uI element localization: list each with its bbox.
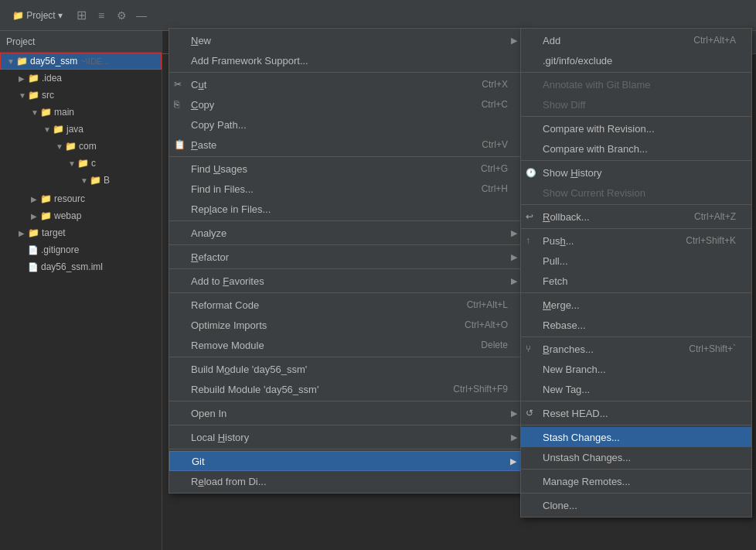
git-sep-6 [521,292,751,293]
tree-item-resources[interactable]: ▶ 📁 resourc [0,190,162,207]
tree-item-day56_ssm[interactable]: ▼ 📁 day56_ssm ~\IDE... [0,53,162,70]
menu-item-find-in-files[interactable]: Find in Files... Ctrl+H [169,179,523,199]
git-menu-item-rebase[interactable]: Rebase... [521,315,751,335]
git-menu-item-merge[interactable]: Merge... [521,295,751,315]
git-menu-label-manage-remotes: Manage Remotes... [543,476,630,487]
shortcut-copy: Ctrl+C [482,99,508,110]
tree-item-java[interactable]: ▼ 📁 java [0,121,162,138]
clock-icon: 🕐 [526,168,536,178]
expand-arrow: ▶ [31,195,40,203]
git-menu-label-branches: Branches... [543,343,594,355]
menu-item-refactor[interactable]: Refactor ▶ [169,247,523,267]
tree-item-target[interactable]: ▶ 📁 target [0,224,162,241]
git-menu-item-show-current-revision: Show Current Revision [521,183,751,203]
git-menu-item-add[interactable]: Add Ctrl+Alt+A [521,30,751,50]
menu-item-reload[interactable]: Reload from Di... [169,471,523,491]
shortcut-cut: Ctrl+X [482,79,508,90]
menu-item-add-framework[interactable]: Add Framework Support... [169,50,523,70]
git-menu-item-pull[interactable]: Pull... [521,251,751,271]
git-menu-item-compare-revision[interactable]: Compare with Revision... [521,118,751,138]
toolbar-project[interactable]: 📁 Project ▾ [6,7,69,24]
git-sep-5 [521,228,751,229]
expand-arrow: ▶ [19,74,28,83]
git-menu-label-compare-revision: Compare with Revision... [543,123,655,135]
menu-item-find-usages[interactable]: Find Usages Ctrl+G [169,159,523,179]
folder-icon: 📁 [28,90,39,101]
menu-item-reformat-code[interactable]: Reformat Code Ctrl+Alt+L [169,295,523,315]
menu-item-new[interactable]: New ▶ [169,30,523,50]
git-menu-item-manage-remotes[interactable]: Manage Remotes... [521,471,751,491]
folder-icon: 📁 [40,107,52,118]
git-menu-item-reset-head[interactable]: ↺ Reset HEAD... [521,403,751,423]
menu-label-rebuild-module: Rebuild Module 'day56_ssm' [191,384,318,395]
menu-item-cut[interactable]: ✂ Cut Ctrl+X [169,74,523,94]
menu-item-copy-path[interactable]: Copy Path... [169,114,523,135]
git-sep-4 [521,204,751,205]
folder-icon: 📁 [28,227,39,238]
git-menu-item-exclude[interactable]: .git/info/exclude [521,50,751,70]
separator-7 [169,357,523,357]
file-icon: 📄 [28,245,39,255]
shortcut-find-usages: Ctrl+G [481,163,508,174]
tree-item-com[interactable]: ▼ 📁 com [0,138,162,155]
submenu-arrow-favorites: ▶ [511,276,517,286]
folder-icon: 📁 [53,124,64,135]
git-menu-label-reset-head: Reset HEAD... [543,408,608,419]
git-menu-item-unstash-changes[interactable]: Unstash Changes... [521,447,751,467]
git-menu-item-rollback[interactable]: ↩ Rollback... Ctrl+Alt+Z [521,207,751,227]
top-toolbar: 📁 Project ▾ ⊞ ≡ ⚙ — [0,0,756,31]
tree-item-c[interactable]: ▼ 📁 c [0,155,162,172]
git-menu-item-stash-changes[interactable]: Stash Changes... [521,427,751,447]
git-menu-label-fetch: Fetch [543,275,568,287]
git-menu-item-compare-branch[interactable]: Compare with Branch... [521,138,751,159]
push-icon: ↑ [526,235,530,246]
menu-item-remove-module[interactable]: Remove Module Delete [169,335,523,355]
menu-item-replace-in-files[interactable]: Replace in Files... [169,199,523,219]
git-menu-item-push[interactable]: ↑ Push... Ctrl+Shift+K [521,231,751,251]
menu-item-open-in[interactable]: Open In ▶ [169,403,523,423]
cut-icon: ✂ [174,79,182,90]
menu-item-copy[interactable]: ⎘ Copy Ctrl+C [169,94,523,114]
git-menu-item-new-branch[interactable]: New Branch... [521,359,751,379]
tree-item-idea[interactable]: ▶ 📁 .idea [0,70,162,87]
git-sep-3 [521,160,751,161]
shortcut-add: Ctrl+Alt+A [693,35,736,46]
menu-item-build-module[interactable]: Build Module 'day56_ssm' [169,359,523,379]
tree-item-src[interactable]: ▼ 📁 src [0,87,162,104]
separator-3 [169,220,523,221]
copy-icon: ⎘ [174,99,179,110]
toolbar-icon-3: ⚙ [114,9,129,22]
folder-icon: 📁 [77,158,89,169]
git-menu-label-push: Push... [543,235,574,247]
shortcut-rebuild-module: Ctrl+Shift+F9 [453,384,508,395]
menu-item-rebuild-module[interactable]: Rebuild Module 'day56_ssm' Ctrl+Shift+F9 [169,379,523,399]
menu-item-paste[interactable]: 📋 Paste Ctrl+V [169,135,523,155]
git-menu-item-clone[interactable]: Clone... [521,495,751,515]
separator-6 [169,292,523,293]
menu-label-replace-in-files: Replace in Files... [191,203,271,215]
menu-item-optimize-imports[interactable]: Optimize Imports Ctrl+Alt+O [169,315,523,335]
tree-item-iml[interactable]: ▶ 📄 day56_ssm.iml [0,258,162,275]
expand-arrow: ▼ [43,125,53,134]
git-menu-item-show-history[interactable]: 🕐 Show History [521,162,751,183]
reset-icon: ↺ [526,408,533,418]
git-sep-10 [521,469,751,470]
separator-4 [169,244,523,245]
menu-item-analyze[interactable]: Analyze ▶ [169,223,523,243]
git-menu-label-merge: Merge... [543,299,580,311]
git-menu-item-fetch[interactable]: Fetch [521,271,751,291]
menu-item-git[interactable]: Git ▶ [169,451,523,471]
toolbar-icon-4: — [134,9,149,22]
separator-5 [169,268,523,269]
menu-item-add-favorites[interactable]: Add to Favorites ▶ [169,271,523,291]
git-menu-item-new-tag[interactable]: New Tag... [521,379,751,399]
menu-label-find-usages: Find Usages [191,163,247,175]
project-header: Project [0,31,162,53]
git-menu-item-branches[interactable]: ⑂ Branches... Ctrl+Shift+` [521,339,751,359]
menu-item-local-history[interactable]: Local History ▶ [169,427,523,447]
tree-item-webapp[interactable]: ▶ 📁 webap [0,207,162,224]
git-menu-label-exclude: .git/info/exclude [543,55,612,67]
tree-item-main[interactable]: ▼ 📁 main [0,104,162,121]
tree-item-c2[interactable]: ▼ 📁 B [0,172,162,189]
tree-item-gitignore[interactable]: ▶ 📄 .gitignore [0,241,162,258]
